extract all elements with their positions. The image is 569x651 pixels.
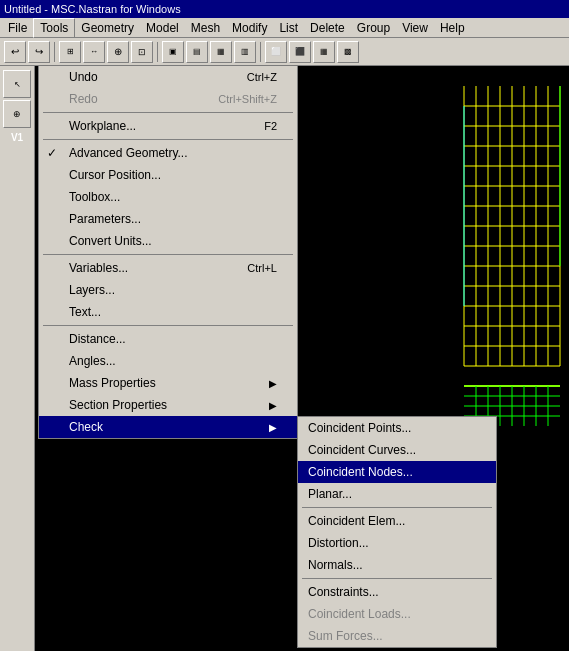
menu-variables[interactable]: Variables... Ctrl+L — [39, 257, 297, 279]
menu-mass-properties[interactable]: Mass Properties ▶ — [39, 372, 297, 394]
check-submenu: Coincident Points... Coincident Curves..… — [297, 416, 497, 648]
check-coincident-loads[interactable]: Coincident Loads... — [298, 603, 496, 625]
v1-label: V1 — [9, 130, 25, 145]
menu-convert-units[interactable]: Convert Units... — [39, 230, 297, 252]
menu-bar: File Tools Geometry Model Mesh Modify Li… — [0, 18, 569, 38]
toolbar-sep-2 — [157, 42, 158, 62]
menu-file[interactable]: File — [2, 18, 33, 38]
menu-redo[interactable]: Redo Ctrl+Shift+Z — [39, 88, 297, 110]
menu-view[interactable]: View — [396, 18, 434, 38]
menu-tools[interactable]: Tools — [33, 18, 75, 38]
menu-angles[interactable]: Angles... — [39, 350, 297, 372]
tools-dropdown: Undo Ctrl+Z Redo Ctrl+Shift+Z Workplane.… — [38, 66, 298, 439]
sep-3 — [43, 254, 293, 255]
title-text: Untitled - MSC.Nastran for Windows — [4, 3, 181, 15]
menu-cursor-position[interactable]: Cursor Position... — [39, 164, 297, 186]
toolbar-btn-1[interactable]: ↩ — [4, 41, 26, 63]
title-bar: Untitled - MSC.Nastran for Windows — [0, 0, 569, 18]
menu-list[interactable]: List — [273, 18, 304, 38]
toolbar-btn-9[interactable]: ▦ — [210, 41, 232, 63]
menu-group[interactable]: Group — [351, 18, 396, 38]
check-normals[interactable]: Normals... — [298, 554, 496, 576]
menu-parameters[interactable]: Parameters... — [39, 208, 297, 230]
left-btn-2[interactable]: ⊕ — [3, 100, 31, 128]
toolbar-btn-2[interactable]: ↪ — [28, 41, 50, 63]
menu-distance[interactable]: Distance... — [39, 328, 297, 350]
menu-help[interactable]: Help — [434, 18, 471, 38]
check-sum-forces[interactable]: Sum Forces... — [298, 625, 496, 647]
toolbar-btn-5[interactable]: ⊕ — [107, 41, 129, 63]
menu-undo[interactable]: Undo Ctrl+Z — [39, 66, 297, 88]
menu-advanced-geometry[interactable]: Advanced Geometry... — [39, 142, 297, 164]
toolbar-sep-1 — [54, 42, 55, 62]
check-constraints[interactable]: Constraints... — [298, 581, 496, 603]
sep-1 — [43, 112, 293, 113]
toolbar-btn-3[interactable]: ⊞ — [59, 41, 81, 63]
sep-2 — [43, 139, 293, 140]
menu-modify[interactable]: Modify — [226, 18, 273, 38]
left-btn-1[interactable]: ↖ — [3, 70, 31, 98]
menu-layers[interactable]: Layers... — [39, 279, 297, 301]
toolbar-btn-12[interactable]: ⬛ — [289, 41, 311, 63]
toolbar-btn-14[interactable]: ▩ — [337, 41, 359, 63]
toolbar-btn-11[interactable]: ⬜ — [265, 41, 287, 63]
canvas-grid — [454, 86, 569, 446]
check-coincident-elem[interactable]: Coincident Elem... — [298, 510, 496, 532]
check-planar[interactable]: Planar... — [298, 483, 496, 505]
toolbar-btn-10[interactable]: ▥ — [234, 41, 256, 63]
check-distortion[interactable]: Distortion... — [298, 532, 496, 554]
check-sep-2 — [302, 578, 492, 579]
menu-check[interactable]: Check ▶ Coincident Points... Coincident … — [39, 416, 297, 438]
check-sep-1 — [302, 507, 492, 508]
toolbar-btn-4[interactable]: ↔ — [83, 41, 105, 63]
toolbar: ↩ ↪ ⊞ ↔ ⊕ ⊡ ▣ ▤ ▦ ▥ ⬜ ⬛ ▦ ▩ — [0, 38, 569, 66]
menu-mesh[interactable]: Mesh — [185, 18, 226, 38]
toolbar-btn-6[interactable]: ⊡ — [131, 41, 153, 63]
main-area: ↖ ⊕ V1 — [0, 66, 569, 651]
check-coincident-curves[interactable]: Coincident Curves... — [298, 439, 496, 461]
menu-toolbox[interactable]: Toolbox... — [39, 186, 297, 208]
menu-geometry[interactable]: Geometry — [75, 18, 140, 38]
toolbar-btn-8[interactable]: ▤ — [186, 41, 208, 63]
menu-model[interactable]: Model — [140, 18, 185, 38]
toolbar-btn-7[interactable]: ▣ — [162, 41, 184, 63]
check-coincident-points[interactable]: Coincident Points... — [298, 417, 496, 439]
check-coincident-nodes[interactable]: Coincident Nodes... — [298, 461, 496, 483]
toolbar-btn-13[interactable]: ▦ — [313, 41, 335, 63]
toolbar-sep-3 — [260, 42, 261, 62]
menu-text[interactable]: Text... — [39, 301, 297, 323]
menu-delete[interactable]: Delete — [304, 18, 351, 38]
menu-section-properties[interactable]: Section Properties ▶ — [39, 394, 297, 416]
sep-4 — [43, 325, 293, 326]
menu-workplane[interactable]: Workplane... F2 — [39, 115, 297, 137]
left-toolbar: ↖ ⊕ V1 — [0, 66, 35, 651]
